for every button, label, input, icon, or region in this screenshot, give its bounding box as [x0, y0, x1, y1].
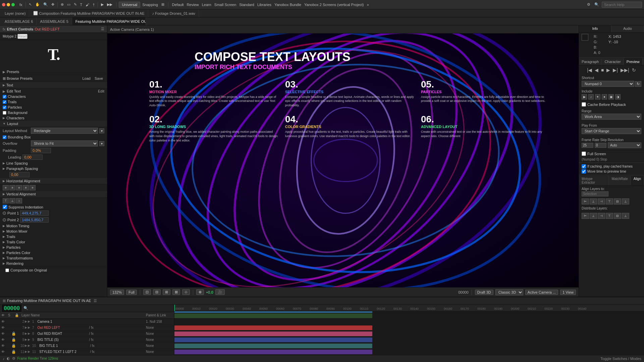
motype-extractor-tab[interactable]: Motype Extractor	[579, 176, 609, 185]
layer-tab[interactable]: Layer (none)	[1, 9, 29, 17]
text-tool[interactable]: T	[79, 2, 84, 7]
quality-select-btn[interactable]: Full	[126, 290, 137, 295]
browse-presets-button[interactable]: ⊞ Browse Presets	[3, 76, 79, 81]
edit-text-button[interactable]: Edit Text	[7, 89, 97, 93]
bts-expand2[interactable]: ▶	[28, 338, 30, 341]
align-right-btn[interactable]: ≡	[16, 185, 22, 190]
camera1-expand[interactable]: ▶	[25, 320, 27, 323]
panel-menu-btn[interactable]: ☰	[643, 58, 644, 65]
particles-checkbox[interactable]	[3, 106, 6, 109]
anchor-tool[interactable]: ⊕	[59, 2, 65, 7]
character-tab[interactable]: Character	[602, 58, 624, 65]
timeline-track[interactable]: 00000 00010 00020 00030 00040 00050 0006…	[174, 305, 644, 355]
yanobox-screens[interactable]: Yanobox 2 Screens (vertical Project)	[303, 2, 365, 7]
color-swatch[interactable]	[582, 34, 588, 41]
play-preview-btn[interactable]: ▶	[606, 67, 611, 73]
search-layer-btn[interactable]: 🔍	[23, 306, 28, 310]
safe-areas-btn[interactable]: ⊠	[172, 289, 180, 295]
yanobox-bundle[interactable]: Yanobox Bundle	[273, 2, 303, 7]
dist-bottom-btn[interactable]: ⊥	[622, 213, 629, 219]
include-effects-icon[interactable]: ✦	[595, 94, 600, 100]
layer-row-big-title-1[interactable]: 👁 🔒 10 ▶ ▶ 10 BIG TITLE 1 / fx None	[0, 343, 174, 349]
audio-tab[interactable]: ♪ Footage Drones_01.wav	[149, 9, 199, 17]
align-justify-btn[interactable]: ≡	[23, 185, 29, 190]
play-from-select[interactable]: Start Of Range	[582, 128, 641, 134]
padding-input[interactable]	[31, 148, 51, 153]
camera-view-btn[interactable]: Active Camera ...	[525, 290, 558, 295]
layer-row-camera1[interactable]: 👁 2 ▶ ▶ 1 Camera 1 1. Null 158	[0, 319, 174, 325]
cache-checkbox[interactable]	[582, 102, 586, 107]
leading-input[interactable]	[22, 155, 43, 160]
assemblage-5-tab[interactable]: ASSEMBLAGE 5	[37, 17, 72, 25]
hand-tool[interactable]: ✋	[34, 2, 41, 7]
bt1-expand[interactable]: ▶	[25, 344, 27, 347]
render-mode-select[interactable]: Classic 3D	[495, 289, 523, 295]
puppet-tool[interactable]: †	[91, 2, 96, 7]
brush-tool[interactable]: 🖌	[84, 2, 91, 7]
st-expand[interactable]: ▶	[25, 350, 27, 353]
bounding-box-checkbox[interactable]	[3, 135, 6, 139]
paragraph-tab[interactable]: Paragraph	[579, 58, 602, 65]
shape-tool[interactable]: ▭	[66, 2, 72, 7]
layout-method-select[interactable]: Rectangle	[31, 128, 98, 134]
align-left-btn[interactable]: ≡	[3, 185, 9, 190]
suppress-checkbox[interactable]	[3, 205, 7, 209]
view-layout-btn[interactable]: 1 View	[560, 290, 576, 295]
para-value-input[interactable]	[9, 172, 30, 177]
point2-input[interactable]	[20, 217, 49, 223]
camera1-expand2[interactable]: ▶	[28, 320, 30, 323]
composite-checkbox[interactable]	[5, 268, 9, 272]
text-section-header[interactable]: ▶ Text	[0, 82, 107, 88]
motion-timing-item[interactable]: ▶ Motion Timing	[0, 223, 107, 229]
tl-settings-btn[interactable]: ⚙	[12, 356, 15, 361]
layer-row-null[interactable]: 👁 7 ▶ ▶ 7 Out RED LEFT / fx None	[0, 325, 174, 331]
resolution-select[interactable]: Auto	[608, 142, 641, 148]
framerate-input[interactable]	[582, 143, 593, 148]
overflow-select[interactable]: Shrink to Fit	[31, 140, 98, 146]
layer-row-styled-text[interactable]: 👁 🔒 11 ▶ ▶ 11 STYLED TEXT 1 LEFT 2 / fx …	[0, 349, 174, 355]
search-input[interactable]	[602, 2, 642, 8]
snapping-btn[interactable]: Snapping	[141, 2, 159, 7]
assemblage-main-tab[interactable]: Featuring Multiline PARAGRAPH WIDE OUT I…	[72, 17, 146, 25]
grid-btn[interactable]: ⊹	[182, 289, 190, 295]
null-expand[interactable]: ▶	[25, 326, 27, 329]
select-tool[interactable]: ↖	[28, 2, 33, 7]
align-left-edge-btn[interactable]: ⊢	[582, 198, 589, 204]
point1-input[interactable]	[20, 210, 49, 216]
dist-center-btn[interactable]: ⊥	[590, 213, 597, 219]
particles-color-item[interactable]: ▶ Particles Color	[0, 250, 107, 255]
trails-color-item[interactable]: ▶ Trails Color	[0, 239, 107, 245]
shortcut-select[interactable]: Numpad 0	[582, 81, 634, 87]
zoom-select-btn[interactable]: 132%	[110, 290, 124, 295]
small-screen-mode[interactable]: Small Screen	[213, 2, 237, 7]
panel-options[interactable]: ⚙	[586, 2, 592, 7]
next-frame-btn[interactable]: ▶|	[612, 67, 619, 73]
draft-3d-btn[interactable]: Draft 3D	[475, 290, 493, 295]
info-tab[interactable]: Info	[579, 25, 611, 32]
bts-eye[interactable]: 👁	[1, 338, 5, 342]
composition-tab[interactable]: ⬜ Composition Featuring Multiline PARAGR…	[30, 9, 148, 17]
preview-tab-btn[interactable]: Preview	[624, 58, 643, 65]
valign-bottom-btn[interactable]: ↕	[16, 198, 22, 203]
align-bottom-edge-btn[interactable]: ⊥	[622, 198, 629, 204]
include-transparency-icon[interactable]: ◑	[615, 94, 621, 100]
reset-button[interactable]: Reset	[17, 34, 28, 39]
transformations-item[interactable]: ▶ Transformations	[0, 255, 107, 261]
standard-mode[interactable]: Standard	[238, 2, 256, 7]
load-button[interactable]: Load	[81, 76, 92, 81]
para-spacing-collapsible[interactable]: ▶ Paragraph Spacing	[0, 166, 107, 171]
dist-left-btn[interactable]: ⊢	[582, 213, 589, 219]
assemblage-6-tab[interactable]: ASSEMBLAGE 6	[1, 17, 37, 25]
st-expand2[interactable]: ▶	[28, 350, 30, 353]
range-select[interactable]: Work Area	[582, 114, 641, 120]
loop-btn[interactable]: ↻	[631, 67, 637, 73]
review-mode[interactable]: Review	[185, 2, 200, 7]
timecode-display[interactable]: 00000	[1, 305, 22, 312]
prev-frame-btn[interactable]: ◀	[594, 67, 599, 73]
skip-end-btn[interactable]: ▶▶|	[620, 67, 630, 73]
include-color-icon[interactable]: ●	[602, 94, 607, 100]
camera1-eye[interactable]: 👁	[1, 320, 5, 323]
learn-mode[interactable]: Learn	[201, 2, 213, 7]
rr-expand2[interactable]: ▶	[28, 332, 30, 335]
move-time-checkbox[interactable]	[582, 169, 586, 174]
